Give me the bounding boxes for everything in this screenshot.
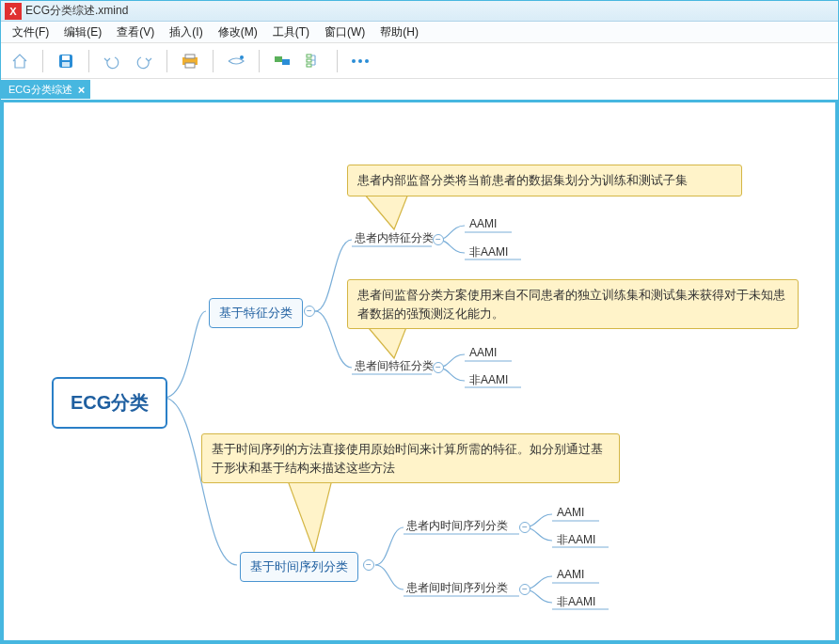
svg-point-12 [352, 59, 356, 63]
undo-button[interactable] [99, 48, 125, 74]
node-intra-feature[interactable]: 患者内特征分类 [355, 230, 434, 246]
tab-label: ECG分类综述 [8, 83, 72, 97]
menu-help[interactable]: 帮助(H) [372, 23, 426, 42]
menu-insert[interactable]: 插入(I) [162, 23, 210, 42]
svg-rect-5 [185, 63, 195, 68]
collapse-icon[interactable]: − [433, 362, 444, 373]
svg-point-14 [365, 59, 369, 63]
svg-rect-7 [275, 56, 282, 62]
menu-tools[interactable]: 工具(T) [265, 23, 317, 42]
separator [337, 50, 338, 72]
separator [42, 50, 43, 72]
svg-rect-4 [185, 55, 195, 58]
node-intra-timeseries[interactable]: 患者内时间序列分类 [406, 518, 508, 534]
titlebar: X ECG分类综述.xmind [1, 1, 838, 22]
share-button[interactable] [223, 48, 249, 74]
svg-rect-1 [62, 55, 70, 60]
leaf-aami[interactable]: AAMI [469, 346, 497, 359]
root-node[interactable]: ECG分类 [52, 377, 167, 429]
tab-document[interactable]: ECG分类综述 × [1, 80, 90, 99]
tabbar: ECG分类综述 × [1, 79, 838, 100]
leaf-aami[interactable]: AAMI [469, 217, 497, 230]
svg-rect-9 [307, 55, 311, 57]
window-title: ECG分类综述.xmind [25, 3, 128, 19]
print-button[interactable] [177, 48, 203, 74]
close-icon[interactable]: × [78, 83, 86, 97]
leaf-non-aami[interactable]: 非AAMI [557, 532, 595, 548]
app-icon: X [5, 3, 22, 20]
svg-rect-10 [307, 59, 311, 62]
menubar: 文件(F) 编辑(E) 查看(V) 插入(I) 修改(M) 工具(T) 窗口(W… [1, 22, 838, 43]
menu-edit[interactable]: 编辑(E) [56, 23, 109, 42]
note-timeseries[interactable]: 基于时间序列的方法直接使用原始时间来计算所需的特征。如分别通过基于形状和基于结构… [201, 433, 620, 483]
svg-rect-2 [62, 62, 70, 67]
structure-button[interactable] [301, 48, 327, 74]
separator [166, 50, 167, 72]
node-inter-timeseries[interactable]: 患者间时间序列分类 [406, 580, 508, 596]
menu-file[interactable]: 文件(F) [5, 23, 56, 42]
svg-point-13 [358, 59, 362, 63]
menu-modify[interactable]: 修改(M) [211, 23, 265, 42]
separator [88, 50, 89, 72]
leaf-non-aami[interactable]: 非AAMI [557, 594, 595, 610]
menu-window[interactable]: 窗口(W) [317, 23, 372, 42]
node-feature-based[interactable]: 基于特征分类 [209, 298, 303, 328]
leaf-non-aami[interactable]: 非AAMI [469, 244, 508, 260]
canvas[interactable]: ECG分类 基于特征分类 − 患者内特征分类 − AAMI 非AAMI 患者间特… [1, 100, 838, 643]
separator [213, 50, 214, 72]
leaf-aami[interactable]: AAMI [557, 506, 584, 519]
collapse-icon[interactable]: − [519, 522, 530, 533]
svg-rect-11 [307, 64, 311, 67]
leaf-non-aami[interactable]: 非AAMI [469, 372, 508, 388]
svg-rect-8 [282, 59, 290, 65]
separator [259, 50, 260, 72]
node-inter-feature[interactable]: 患者间特征分类 [355, 358, 434, 374]
more-button[interactable] [347, 48, 373, 74]
home-button[interactable] [7, 48, 33, 74]
collapse-icon[interactable]: − [433, 234, 444, 245]
collapse-icon[interactable]: − [519, 584, 530, 595]
leaf-aami[interactable]: AAMI [557, 568, 584, 581]
note-inter-feature[interactable]: 患者间监督分类方案使用来自不同患者的独立训练集和测试集来获得对于未知患者数据的强… [347, 279, 799, 329]
node-timeseries-based[interactable]: 基于时间序列分类 [240, 552, 358, 582]
collapse-icon[interactable]: − [363, 559, 374, 571]
svg-point-6 [240, 55, 244, 59]
menu-view[interactable]: 查看(V) [109, 23, 162, 42]
toolbar [1, 43, 838, 79]
save-button[interactable] [53, 48, 79, 74]
theme-button[interactable] [269, 48, 295, 74]
note-intra-feature[interactable]: 患者内部监督分类将当前患者的数据集划分为训练和测试子集 [347, 165, 742, 196]
collapse-icon[interactable]: − [304, 306, 315, 317]
redo-button[interactable] [131, 48, 157, 74]
